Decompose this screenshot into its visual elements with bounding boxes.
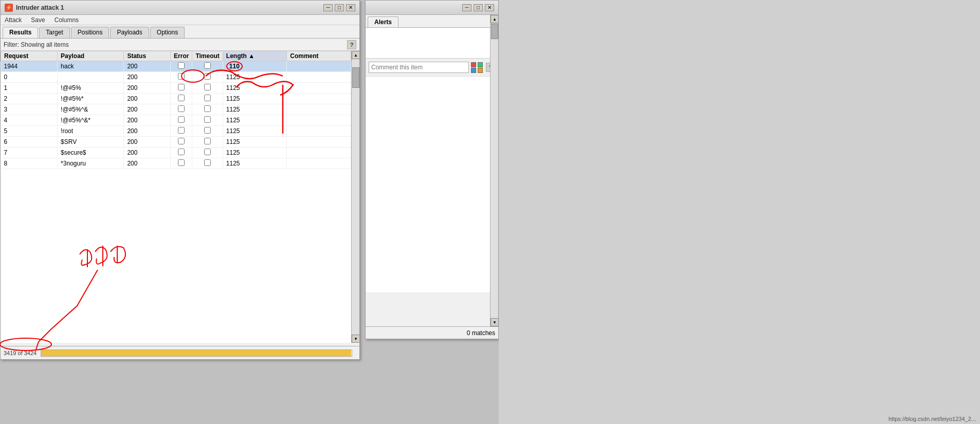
maximize-button[interactable]: □: [335, 4, 344, 11]
table-row-status: 200: [124, 104, 171, 115]
col-request[interactable]: Request: [1, 51, 58, 61]
table-row-payload: !root: [58, 126, 124, 137]
alerts-window: ─ □ ✕ Alerts ? ▲ ▼ 0 matches: [365, 0, 499, 339]
alerts-main-content: [366, 77, 498, 292]
table-scrollbar[interactable]: ▲ ▼: [351, 51, 359, 343]
tab-options[interactable]: Options: [150, 27, 185, 38]
alerts-top-content: [366, 28, 498, 59]
table-row-payload: *3noguru: [58, 158, 124, 169]
results-table-container[interactable]: Request Payload Status Error Timeout Len…: [1, 51, 351, 343]
col-error[interactable]: Error: [171, 51, 192, 61]
scroll-up-button[interactable]: ▲: [352, 51, 359, 59]
table-row-payload: !@#5%: [58, 83, 124, 94]
table-row-timeout: [192, 115, 223, 126]
table-row-timeout: [192, 61, 223, 72]
minimize-button[interactable]: ─: [323, 4, 333, 11]
table-row-request: 1944: [1, 61, 58, 72]
intruder-title: Intruder attack 1: [16, 4, 64, 11]
comment-input[interactable]: [369, 62, 469, 73]
tab-positions[interactable]: Positions: [71, 27, 110, 38]
filter-help-button[interactable]: ?: [347, 40, 356, 49]
table-row-comment: [287, 83, 351, 94]
menu-save[interactable]: Save: [29, 16, 47, 24]
scroll-thumb[interactable]: [352, 67, 359, 88]
table-row-error: [171, 72, 192, 83]
progress-bar-container: [41, 349, 352, 357]
table-row-error: [171, 158, 192, 169]
alerts-title-bar: ─ □ ✕: [366, 1, 498, 15]
table-row-status: 200: [124, 94, 171, 104]
filter-label: Filter: Showing all items: [4, 41, 347, 48]
table-row-error: [171, 115, 192, 126]
table-row-status: 200: [124, 83, 171, 94]
table-row-length: 1125: [223, 158, 286, 169]
col-length[interactable]: Length ▲: [223, 51, 286, 61]
scroll-down-button[interactable]: ▼: [352, 335, 359, 343]
tab-alerts[interactable]: Alerts: [368, 16, 398, 27]
table-row-error: [171, 137, 192, 148]
alerts-maximize-button[interactable]: □: [474, 4, 483, 11]
table-row-request: 2: [1, 94, 58, 104]
matches-label: 0 matches: [467, 329, 495, 337]
table-row-request: 4: [1, 115, 58, 126]
table-row-request: 1: [1, 83, 58, 94]
table-row-error: [171, 61, 192, 72]
table-row-error: [171, 148, 192, 158]
tab-payloads[interactable]: Payloads: [110, 27, 149, 38]
alerts-close-button[interactable]: ✕: [485, 4, 494, 11]
table-row-payload: [58, 72, 124, 83]
menu-columns[interactable]: Columns: [52, 16, 81, 24]
color-green[interactable]: [478, 62, 483, 67]
intruder-title-bar: ⚡ Intruder attack 1 ─ □ ✕: [1, 1, 359, 15]
alerts-scrollbar[interactable]: ▲ ▼: [490, 15, 498, 326]
comment-area: ?: [366, 59, 498, 77]
table-area: Request Payload Status Error Timeout Len…: [1, 51, 359, 343]
table-row-request: 6: [1, 137, 58, 148]
table-row-payload: hack: [58, 61, 124, 72]
color-picker[interactable]: [471, 62, 484, 73]
table-row-timeout: [192, 148, 223, 158]
table-row-length: 1125: [223, 148, 286, 158]
table-row-timeout: [192, 72, 223, 83]
table-row-status: 200: [124, 148, 171, 158]
table-row-payload: !@#5%^&: [58, 104, 124, 115]
table-row-length: 1125: [223, 115, 286, 126]
tab-results[interactable]: Results: [3, 27, 38, 38]
alerts-minimize-button[interactable]: ─: [462, 4, 471, 11]
tab-target[interactable]: Target: [39, 27, 69, 38]
table-row-comment: [287, 72, 351, 83]
table-row-status: 200: [124, 72, 171, 83]
table-row-length: 1125: [223, 83, 286, 94]
table-row-error: [171, 94, 192, 104]
progress-bar-fill: [41, 350, 351, 356]
table-row-status: 200: [124, 137, 171, 148]
table-row-timeout: [192, 158, 223, 169]
alerts-scroll-thumb[interactable]: [491, 24, 498, 39]
table-row-comment: [287, 158, 351, 169]
col-payload[interactable]: Payload: [58, 51, 124, 61]
table-row-payload: $SRV: [58, 137, 124, 148]
col-comment[interactable]: Comment: [287, 51, 351, 61]
menu-attack[interactable]: Attack: [3, 16, 24, 24]
table-row-status: 200: [124, 61, 171, 72]
table-row-payload: $secure$: [58, 148, 124, 158]
table-row-comment: [287, 137, 351, 148]
color-orange[interactable]: [478, 68, 483, 73]
table-row-length: 1125: [223, 137, 286, 148]
color-red[interactable]: [471, 62, 476, 67]
table-row-request: 0: [1, 72, 58, 83]
table-row-comment: [287, 148, 351, 158]
table-row-length: 1125: [223, 72, 286, 83]
alerts-scroll-up[interactable]: ▲: [491, 15, 499, 23]
alerts-scroll-down[interactable]: ▼: [491, 318, 499, 326]
col-timeout[interactable]: Timeout: [192, 51, 223, 61]
menu-bar: Attack Save Columns: [1, 15, 359, 25]
right-area: https://blog.csdn.net/leiyo1234_2...: [499, 0, 980, 424]
col-status[interactable]: Status: [124, 51, 171, 61]
table-row-payload: !@#5%*: [58, 94, 124, 104]
table-row-error: [171, 126, 192, 137]
color-blue[interactable]: [471, 68, 476, 73]
close-button[interactable]: ✕: [346, 4, 355, 11]
table-row-timeout: [192, 83, 223, 94]
table-row-error: [171, 104, 192, 115]
